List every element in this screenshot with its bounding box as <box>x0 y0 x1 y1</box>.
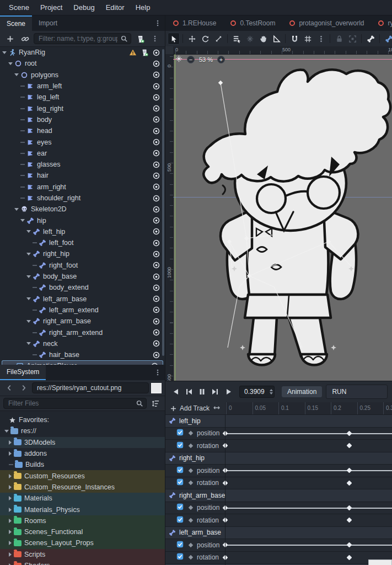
visibility-eye-icon[interactable] <box>152 216 160 225</box>
track-enabled-checkbox[interactable] <box>176 429 184 438</box>
expand-arrow-icon[interactable] <box>14 73 19 76</box>
current-time-value[interactable] <box>240 388 269 396</box>
scene-dock-menu-button[interactable] <box>154 19 162 29</box>
move-tool-button[interactable] <box>186 33 198 45</box>
scene-node-root[interactable]: root <box>0 58 165 69</box>
expand-arrow-icon[interactable] <box>26 275 31 278</box>
collapse-arrow-icon[interactable] <box>9 474 12 478</box>
scene-node-ear[interactable]: ear <box>0 148 165 159</box>
visibility-eye-icon[interactable] <box>152 261 160 269</box>
spinbox-arrows[interactable] <box>270 389 273 395</box>
file-preview-thumbnail[interactable] <box>151 383 162 393</box>
filesystem-menu-button[interactable] <box>154 369 162 378</box>
tab-import[interactable]: Import <box>32 15 64 31</box>
visibility-eye-icon[interactable] <box>152 317 160 326</box>
visibility-eye-icon[interactable] <box>152 227 160 236</box>
viewport-2d[interactable]: 05001000 050010001500 <box>165 46 392 381</box>
current-animation-select[interactable]: RUN <box>326 385 388 399</box>
nav-back-button[interactable] <box>3 382 15 394</box>
visibility-eye-icon[interactable] <box>152 339 160 348</box>
favorites-row[interactable]: Favorites: <box>0 414 165 425</box>
folder-Rooms[interactable]: Rooms <box>0 515 165 526</box>
track-enabled-checkbox[interactable] <box>176 503 184 512</box>
scene-node-arm_right[interactable]: arm_right <box>0 182 165 193</box>
visibility-eye-icon[interactable] <box>152 250 160 258</box>
warning-icon[interactable] <box>129 49 137 56</box>
scene-node-arm_left[interactable]: arm_left <box>0 81 165 92</box>
expand-arrow-icon[interactable] <box>14 208 19 211</box>
keyframe-diamond[interactable] <box>347 468 352 473</box>
folder-3DModels[interactable]: 3DModels <box>0 437 165 448</box>
step-back-button[interactable] <box>183 386 195 397</box>
visibility-eye-icon[interactable] <box>152 194 160 202</box>
expand-arrow-icon[interactable] <box>26 230 31 233</box>
visibility-eye-icon[interactable] <box>152 60 160 68</box>
scene-node-hair[interactable]: hair <box>0 170 165 181</box>
scene-node-hip[interactable]: hip <box>0 215 165 226</box>
visibility-eye-icon[interactable] <box>152 138 160 146</box>
scene-node-glasses[interactable]: glasses <box>0 159 165 170</box>
collapse-arrow-icon[interactable] <box>9 440 12 445</box>
zoom-percentage[interactable]: 53 % <box>199 56 213 63</box>
keyframe-diamond[interactable] <box>347 542 352 548</box>
file-sort-button[interactable] <box>149 397 162 409</box>
track-enabled-checkbox[interactable] <box>176 541 184 550</box>
play-button[interactable] <box>223 386 234 397</box>
menu-scene[interactable]: Scene <box>3 1 35 14</box>
scene-node-head[interactable]: head <box>0 125 165 136</box>
scene-node-body_base[interactable]: body_base <box>0 271 165 282</box>
scene-node-right_arm_extend[interactable]: right_arm_extend <box>0 327 165 338</box>
folder-Scripts[interactable]: Scripts <box>0 549 165 560</box>
cursor-tool-button[interactable] <box>168 33 180 45</box>
folder-Scenes_Functional[interactable]: Scenes_Functional <box>0 526 165 537</box>
snap-tool-button[interactable] <box>244 33 256 45</box>
pan-timeline-icon[interactable] <box>213 404 221 413</box>
visibility-eye-icon[interactable] <box>152 82 160 90</box>
track-group-left_arm_base[interactable]: left_arm_base <box>165 527 392 540</box>
expand-arrow-icon[interactable] <box>2 51 7 54</box>
keyframe-diamond[interactable] <box>347 555 352 560</box>
folder-Scenes_Layout_Props[interactable]: Scenes_Layout_Props <box>0 537 165 548</box>
visibility-eye-icon[interactable] <box>152 115 160 124</box>
scene-node-right_foot[interactable]: right_foot <box>0 260 165 271</box>
visibility-eye-icon[interactable] <box>152 328 160 337</box>
visibility-eye-icon[interactable] <box>152 183 160 191</box>
add-node-button[interactable] <box>4 33 16 45</box>
collapse-arrow-icon[interactable] <box>9 508 12 512</box>
instance-scene-button[interactable] <box>19 33 31 45</box>
keyframe-diamond[interactable] <box>347 443 352 449</box>
visibility-eye-icon[interactable] <box>152 205 160 214</box>
folder-Custom_Resource_Instances[interactable]: Custom_Resource_Instances <box>0 482 165 493</box>
scale-tool-button[interactable] <box>212 33 224 45</box>
script-icon[interactable] <box>141 49 148 56</box>
folder-Custom_Resources[interactable]: Custom_Resources <box>0 470 165 481</box>
track-group-right_hip[interactable]: right_hip <box>165 452 392 465</box>
track-position[interactable]: position <box>165 428 392 440</box>
visibility-eye-icon[interactable] <box>152 71 160 79</box>
expand-arrow-icon[interactable] <box>8 62 13 65</box>
menu-project[interactable]: Project <box>35 1 68 14</box>
visibility-eye-icon[interactable] <box>152 127 160 135</box>
track-group-right_arm_base[interactable]: right_arm_base <box>165 489 392 502</box>
ruler-tool-tool-button[interactable] <box>270 33 282 45</box>
scene-node-leg_right[interactable]: leg_right <box>0 103 165 114</box>
visibility-eye-icon[interactable] <box>152 306 160 314</box>
attach-script-button[interactable] <box>134 33 146 45</box>
track-rotation[interactable]: rotation <box>165 552 392 564</box>
rotate-tool-button[interactable] <box>199 33 211 45</box>
folder-addons[interactable]: addons <box>0 448 165 459</box>
tab-filesystem[interactable]: FileSystem <box>0 365 46 380</box>
scene-node-neck[interactable]: neck <box>0 338 165 349</box>
collapse-arrow-icon[interactable] <box>9 451 12 456</box>
scene-tab-0_TestRoom[interactable]: 0.TestRoom <box>223 15 282 31</box>
scene-node-right_arm_base[interactable]: right_arm_base <box>0 316 165 327</box>
keyframe-diamond[interactable] <box>347 480 352 486</box>
scene-node-body[interactable]: body <box>0 114 165 125</box>
scene-tab-protagonist_overworld[interactable]: protagonist_overworld <box>282 15 370 31</box>
visibility-eye-icon[interactable] <box>152 49 160 57</box>
filter-files-input[interactable] <box>3 398 147 409</box>
track-rotation[interactable]: rotation <box>165 514 392 527</box>
track-enabled-checkbox[interactable] <box>176 466 184 475</box>
group-tool-button[interactable] <box>346 33 358 45</box>
menu-debug[interactable]: Debug <box>68 1 100 14</box>
